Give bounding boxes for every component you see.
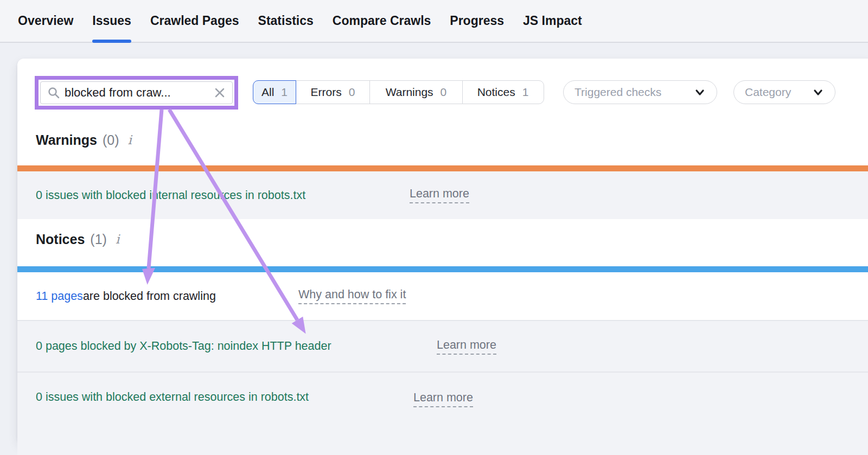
audit-tab-bar: Overview Issues Crawled Pages Statistics… xyxy=(0,0,868,43)
learn-more-link[interactable]: Learn more xyxy=(437,338,496,355)
issue-text: 0 pages blocked by X-Robots-Tag: noindex… xyxy=(36,339,331,353)
issue-row: 0 pages blocked by X-Robots-Tag: noindex… xyxy=(17,320,868,371)
close-icon[interactable] xyxy=(214,87,226,99)
category-dropdown[interactable]: Category xyxy=(733,80,835,104)
notices-title: Notices xyxy=(36,232,85,247)
warnings-title: Warnings xyxy=(36,132,97,148)
triggered-checks-label: Triggered checks xyxy=(575,86,661,99)
notices-count: (1) xyxy=(90,232,107,247)
issue-search-field[interactable] xyxy=(40,81,233,104)
search-icon xyxy=(47,86,60,99)
filter-all-count: 1 xyxy=(281,86,288,99)
issue-row: 11 pages are blocked from crawling Why a… xyxy=(17,272,868,320)
issues-panel: All 1 Errors 0 Warnings 0 Notices 1 Trig… xyxy=(17,59,868,444)
info-icon[interactable]: i xyxy=(116,232,119,246)
filter-all-label: All xyxy=(261,86,274,99)
search-input[interactable] xyxy=(60,86,214,100)
filter-notices[interactable]: Notices 1 xyxy=(462,80,544,104)
severity-filter-group: All 1 Errors 0 Warnings 0 Notices 1 xyxy=(253,80,544,104)
search-highlight-box xyxy=(35,76,238,110)
warnings-section-header: Warnings (0) i xyxy=(36,128,132,152)
tab-issues[interactable]: Issues xyxy=(92,0,131,42)
tab-statistics[interactable]: Statistics xyxy=(258,0,314,42)
tab-crawled-pages[interactable]: Crawled Pages xyxy=(150,0,239,42)
info-icon[interactable]: i xyxy=(128,133,132,147)
filter-errors-count: 0 xyxy=(349,86,355,99)
filter-notices-label: Notices xyxy=(477,86,515,99)
issue-text: are blocked from crawling xyxy=(83,290,216,303)
warnings-severity-bar xyxy=(17,165,868,171)
chevron-down-icon xyxy=(812,86,824,98)
filter-all[interactable]: All 1 xyxy=(253,80,296,104)
issue-text: 0 issues with blocked external resources… xyxy=(36,390,309,404)
filter-errors-label: Errors xyxy=(311,86,342,99)
tab-progress[interactable]: Progress xyxy=(450,0,504,42)
filter-warnings-count: 0 xyxy=(441,86,447,99)
filter-warnings[interactable]: Warnings 0 xyxy=(369,80,463,104)
learn-more-link[interactable]: Learn more xyxy=(413,391,473,407)
filter-errors[interactable]: Errors 0 xyxy=(296,80,371,104)
why-and-how-to-fix-link[interactable]: Why and how to fix it xyxy=(298,288,406,304)
warnings-count: (0) xyxy=(103,132,119,148)
notices-section-header: Notices (1) i xyxy=(36,227,119,251)
learn-more-link[interactable]: Learn more xyxy=(410,187,469,203)
issue-row: 0 issues with blocked external resources… xyxy=(17,371,868,455)
triggered-checks-dropdown[interactable]: Triggered checks xyxy=(563,80,717,104)
issue-row: 0 issues with blocked internal resources… xyxy=(17,171,868,219)
category-label: Category xyxy=(745,86,791,99)
issue-text: 0 issues with blocked internal resources… xyxy=(36,189,305,202)
tab-compare-crawls[interactable]: Compare Crawls xyxy=(333,0,431,42)
pages-count-link[interactable]: 11 pages xyxy=(36,290,83,303)
chevron-down-icon xyxy=(694,86,706,98)
notices-severity-bar xyxy=(17,266,868,272)
tab-overview[interactable]: Overview xyxy=(18,0,73,42)
filter-notices-count: 1 xyxy=(522,86,529,99)
filter-warnings-label: Warnings xyxy=(386,86,433,99)
tab-js-impact[interactable]: JS Impact xyxy=(523,0,582,42)
